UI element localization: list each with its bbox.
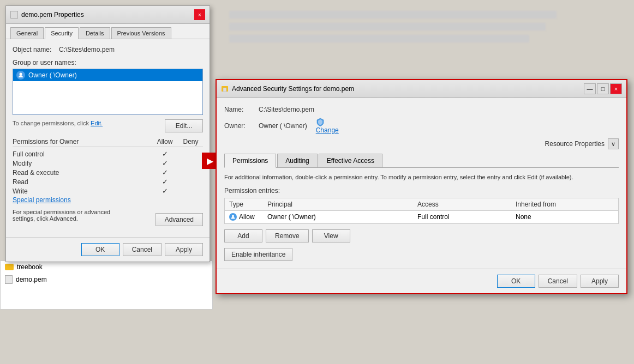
col-inherited-header: Inherited from xyxy=(516,201,614,208)
perm-name-write: Write xyxy=(13,187,151,195)
edit-link[interactable]: Edit. xyxy=(91,120,103,126)
entry-type-label: Allow xyxy=(239,213,255,221)
perm-row-read: Read ✓ xyxy=(13,177,203,186)
perm-entries-label: Permission entries: xyxy=(224,187,619,195)
advanced-button[interactable]: Advanced xyxy=(155,213,203,226)
adv-dialog-title: Advanced Security Settings for demo.pem xyxy=(232,85,354,93)
permissions-header: Permissions for Owner Allow Deny xyxy=(13,138,203,147)
folder-icon xyxy=(5,264,14,270)
adv-titlebar-left: Advanced Security Settings for demo.pem xyxy=(221,85,354,93)
resource-expand-button[interactable]: ∨ xyxy=(608,138,619,149)
folder-name: treebook xyxy=(17,263,43,271)
folder-item[interactable]: treebook xyxy=(1,261,212,273)
perm-entry-row[interactable]: Allow Owner ( \Owner) Full control None xyxy=(225,211,618,223)
resource-properties-row: Resource Properties ∨ xyxy=(224,138,619,149)
maximize-button[interactable]: □ xyxy=(597,83,609,94)
perm-name-fullcontrol: Full control xyxy=(13,150,151,158)
tab-general[interactable]: General xyxy=(10,27,44,39)
apply-button[interactable]: Apply xyxy=(165,243,203,256)
svg-rect-2 xyxy=(223,88,226,92)
edit-button[interactable]: Edit... xyxy=(165,119,203,132)
object-name-label: Object name: xyxy=(13,46,59,53)
tab-effective-access[interactable]: Effective Access xyxy=(319,154,382,167)
tab-security[interactable]: Security xyxy=(45,27,79,39)
perm-allow-fullcontrol: ✓ xyxy=(151,150,178,158)
adv-window-controls: — □ × xyxy=(584,83,622,94)
svg-point-0 xyxy=(20,73,22,76)
adv-tabs: Permissions Auditing Effective Access xyxy=(224,154,619,168)
adv-footer: OK Cancel Apply xyxy=(217,269,626,293)
file-item[interactable]: demo.pem xyxy=(1,273,212,286)
change-text: To change permissions, click Edit. xyxy=(13,120,103,126)
tab-permissions[interactable]: Permissions xyxy=(224,154,276,168)
file-name: demo.pem xyxy=(16,276,47,283)
permissions-title: Permissions for Owner xyxy=(13,138,151,145)
adv-body: Name: C:\Sites\demo.pem Owner: Owner ( \… xyxy=(217,98,626,269)
adv-owner-label: Owner: xyxy=(224,122,254,130)
svg-point-3 xyxy=(232,215,234,217)
adv-info-text: For additional information, double-click… xyxy=(224,173,619,181)
adv-action-buttons: Add Remove View xyxy=(224,229,619,242)
entry-principal: Owner ( \Owner) xyxy=(267,213,417,221)
properties-footer: OK Cancel Apply xyxy=(6,237,210,262)
remove-button[interactable]: Remove xyxy=(266,229,309,242)
change-owner-link[interactable]: Change xyxy=(316,126,339,134)
properties-dialog-title: demo.pem Properties xyxy=(21,11,84,19)
entry-access: Full control xyxy=(417,213,516,221)
adv-name-row: Name: C:\Sites\demo.pem xyxy=(224,106,619,113)
properties-dialog: demo.pem Properties × General Security D… xyxy=(5,5,210,262)
group-label: Group or user names: xyxy=(13,59,203,66)
perm-table-header: Type Principal Access Inherited from xyxy=(225,198,618,211)
add-button[interactable]: Add xyxy=(224,229,262,242)
enable-inheritance-row: Enable inheritance xyxy=(224,248,619,261)
resource-props-label: Resource Properties xyxy=(545,140,605,148)
cancel-button[interactable]: Cancel xyxy=(123,243,162,256)
arrow-icon: ▶ xyxy=(207,156,213,166)
perm-allow-readexec: ✓ xyxy=(151,168,178,177)
enable-inheritance-button[interactable]: Enable inheritance xyxy=(224,248,292,261)
object-name-value: C:\Sites\demo.pem xyxy=(59,46,115,53)
adv-owner-row: Owner: Owner ( \Owner) Change xyxy=(224,118,619,134)
perm-row-readexec: Read & execute ✓ xyxy=(13,168,203,177)
col-principal-header: Principal xyxy=(267,201,417,208)
minimize-button[interactable]: — xyxy=(584,83,596,94)
file-icon xyxy=(5,275,13,284)
properties-body: Object name: C:\Sites\demo.pem Group or … xyxy=(6,39,210,237)
user-item[interactable]: Owner ( \Owner) xyxy=(13,69,202,81)
entry-inherited: None xyxy=(516,213,614,221)
perm-row-fullcontrol: Full control ✓ xyxy=(13,149,203,159)
perm-entries-table: Type Principal Access Inherited from All… xyxy=(224,198,619,224)
perm-row-write: Write ✓ xyxy=(13,186,203,196)
user-list[interactable]: Owner ( \Owner) xyxy=(13,69,203,115)
view-button[interactable]: View xyxy=(312,229,350,242)
file-explorer-panel: treebook demo.pem xyxy=(0,260,213,310)
allow-header: Allow xyxy=(151,138,178,145)
perm-row-special: Special permissions xyxy=(13,196,203,204)
adv-titlebar: Advanced Security Settings for demo.pem … xyxy=(217,80,626,98)
adv-apply-button[interactable]: Apply xyxy=(581,275,619,288)
ok-button[interactable]: OK xyxy=(81,243,119,256)
entry-type: Allow xyxy=(229,213,267,221)
shield-icon xyxy=(316,118,325,126)
entry-user-icon xyxy=(229,213,237,221)
titlebar-left: demo.pem Properties xyxy=(10,11,84,19)
adv-name-value: C:\Sites\demo.pem xyxy=(259,106,314,113)
adv-title-icon xyxy=(221,85,229,93)
adv-ok-button[interactable]: OK xyxy=(497,275,535,288)
perm-allow-modify: ✓ xyxy=(151,159,178,167)
adv-close-button[interactable]: × xyxy=(610,83,622,94)
tab-auditing[interactable]: Auditing xyxy=(277,154,317,167)
perm-name-special[interactable]: Special permissions xyxy=(13,196,151,204)
user-item-label: Owner ( \Owner) xyxy=(28,71,77,79)
adv-cancel-button[interactable]: Cancel xyxy=(539,275,577,288)
adv-footer-right: OK Cancel Apply xyxy=(497,275,619,288)
col-type-header: Type xyxy=(229,201,267,208)
tab-previous-versions[interactable]: Previous Versions xyxy=(111,27,171,39)
object-name-row: Object name: C:\Sites\demo.pem xyxy=(13,46,203,53)
adv-name-label: Name: xyxy=(224,106,254,113)
properties-close-button[interactable]: × xyxy=(194,9,205,20)
change-permissions-row: To change permissions, click Edit. Edit.… xyxy=(13,119,203,132)
perm-allow-read: ✓ xyxy=(151,178,178,186)
properties-titlebar: demo.pem Properties × xyxy=(6,6,210,24)
tab-details[interactable]: Details xyxy=(80,27,110,39)
